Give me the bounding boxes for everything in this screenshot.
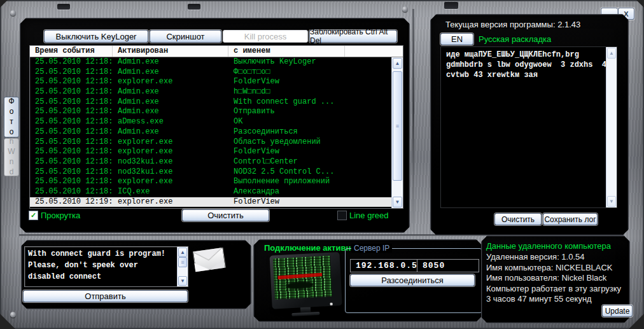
scroll-up-icon[interactable]: ▲: [607, 48, 616, 59]
screw-icon: [10, 312, 16, 318]
table-cell: Admin.exe: [113, 87, 228, 97]
server-ip-input[interactable]: 192.168.0.50: [350, 259, 418, 272]
table-cell: FolderView: [228, 77, 345, 87]
table-cell: explorer.exe: [113, 177, 228, 187]
remote-info-line: Удаленная версия: 1.0.54: [486, 252, 623, 263]
app-window: _ X Фото hWnd Выключить KeyLoger Скриншо…: [0, 0, 644, 329]
line-greed-checkbox[interactable]: [337, 211, 347, 220]
block-ctrl-alt-del-button[interactable]: Заблокировать Ctrl Alt Del: [309, 30, 397, 43]
frame-notch: [444, 2, 458, 9]
table-row[interactable]: 25.05.2010 12:18:27Admin.exeВыключить Ke…: [30, 57, 392, 67]
scroll-up-icon[interactable]: ▲: [393, 58, 402, 69]
message-textarea[interactable]: With connect guard is program!Please, do…: [24, 246, 188, 287]
monitor-red-text: [277, 273, 322, 280]
table-cell: 25.05.2010 12:18:44: [30, 167, 113, 178]
clear-events-button[interactable]: Очистить: [182, 209, 269, 221]
table-row[interactable]: 25.05.2010 12:18:44nod32kui.exeNOD32 2.5…: [30, 167, 392, 178]
table-cell: 25.05.2010 12:18:42: [30, 147, 113, 157]
table-cell: With connect guard ...: [228, 97, 345, 108]
table-cell: 25.05.2010 12:18:30: [30, 77, 113, 87]
disconnect-button[interactable]: Разсоединиться: [350, 274, 475, 286]
scroll-checkbox-label: Прокрутка: [41, 211, 80, 220]
scroll-thumb[interactable]: ≡: [393, 71, 402, 181]
table-cell: 25.05.2010 12:18:37: [30, 127, 113, 137]
screenshot-button[interactable]: Скриншот: [150, 30, 221, 43]
keylog-scrollbar[interactable]: ▲ ▼: [606, 47, 617, 207]
table-cell: nod32kui.exe: [113, 157, 228, 167]
table-row[interactable]: 25.05.2010 12:18:33Admin.exeОтправить: [30, 107, 392, 117]
send-message-button[interactable]: Отправить: [23, 290, 188, 302]
message-lines: With connect guard is program!Please, do…: [25, 247, 188, 283]
scroll-down-icon[interactable]: ▼: [393, 197, 402, 207]
en-layout-button[interactable]: EN: [440, 33, 473, 45]
events-table[interactable]: Время события Активирован с именем 25.05…: [29, 45, 403, 209]
frame-groove: [412, 9, 414, 232]
version-label: Текущая версия программы: 2.1.43: [445, 20, 580, 29]
save-log-button[interactable]: Сохранить лог: [543, 213, 598, 225]
connection-status-label: Подключение активно: [264, 243, 356, 253]
table-cell: 25.05.2010 12:18:44: [30, 177, 113, 187]
table-cell: Admin.exe: [113, 67, 228, 78]
tab-foto[interactable]: Фото: [4, 97, 19, 137]
table-cell: 25.05.2010 12:19:01: [30, 197, 113, 207]
message-scrollbar[interactable]: ▲ ≡ ▼: [177, 247, 188, 286]
envelope-icon: [193, 248, 227, 282]
col-header-process[interactable]: Активирован: [113, 46, 228, 57]
col-header-time[interactable]: Время события: [30, 46, 113, 57]
table-row[interactable]: 25.05.2010 12:18:30explorer.exeFolderVie…: [30, 77, 392, 87]
table-cell: Admin.exe: [113, 57, 228, 67]
scroll-checkbox[interactable]: ✓: [29, 211, 38, 220]
table-cell: explorer.exe: [113, 197, 228, 207]
table-row[interactable]: 25.05.2010 12:18:37Admin.exeРазсоединить…: [30, 127, 392, 137]
table-cell: 25.05.2010 12:18:32: [30, 97, 113, 108]
clear-log-button[interactable]: Очистить: [494, 213, 542, 225]
table-row[interactable]: 25.05.2010 12:18:39explorer.exeОбласть у…: [30, 137, 392, 148]
message-line: disabled connect: [25, 271, 188, 283]
keylogger-off-button[interactable]: Выключить KeyLoger: [44, 30, 148, 43]
table-cell: 25.05.2010 12:18:39: [30, 137, 113, 148]
table-scrollbar[interactable]: ▲ ≡ ▼: [391, 57, 403, 208]
table-row[interactable]: 25.05.2010 12:18:42explorer.exeFolderVie…: [30, 147, 392, 157]
table-row[interactable]: 25.05.2010 12:18:30Admin.exeФ□о□т□о□: [30, 67, 392, 78]
table-cell: Выполнение приложений: [228, 177, 345, 187]
scroll-down-icon[interactable]: ▼: [178, 276, 187, 286]
keylog-textarea[interactable]: иде мщаПУЕ_ЕШЬУ_ЦЩКЛЕhcfn,brggdmhbdrb s …: [440, 46, 617, 208]
line-greed-label: Line greed: [349, 211, 388, 220]
remote-info-line: 3 часов 47 минут 55 секунд: [486, 294, 623, 305]
table-cell: Александра: [228, 187, 345, 197]
tab-hwnd[interactable]: hWnd: [4, 138, 19, 176]
scroll-thumb[interactable]: ≡: [178, 257, 187, 267]
check-icon: ✓: [31, 211, 36, 220]
table-cell: Admin.exe: [113, 107, 228, 117]
table-cell: ICQ.exe: [113, 187, 228, 197]
table-row[interactable]: 25.05.2010 12:18:32Admin.exeWith connect…: [30, 97, 392, 108]
table-row[interactable]: 25.05.2010 12:18:43nod32kui.exeControl□C…: [30, 157, 392, 167]
table-cell: Admin.exe: [113, 97, 228, 108]
table-cell: Область уведомлений: [228, 137, 345, 148]
table-body[interactable]: 25.05.2010 12:18:27Admin.exeВыключить Ke…: [30, 57, 392, 208]
col-header-title[interactable]: с именем: [228, 46, 345, 57]
scroll-up-icon[interactable]: ▲: [178, 248, 187, 257]
scroll-down-icon[interactable]: ▼: [607, 196, 616, 207]
server-ip-group-label: Сервер IP: [351, 244, 392, 253]
remote-info-line: Компьютер работает в эту загрузку: [486, 284, 623, 295]
remote-info-line: Имя компьютера: NICKELBLACK: [486, 263, 623, 274]
table-cell: 25.05.2010 12:18:43: [30, 157, 113, 167]
remote-info-line: Имя пользователя: Nickel Black: [486, 273, 623, 284]
message-line: With connect guard is program!: [25, 248, 188, 260]
layout-label: Русская раскладка: [479, 34, 551, 44]
table-cell: 25.05.2010 12:18:31: [30, 87, 113, 97]
table-row[interactable]: 25.05.2010 12:19:01explorer.exeFolderVie…: [30, 197, 392, 207]
col-header-empty: [345, 46, 403, 57]
screw-icon: [10, 10, 16, 16]
keylog-line: иде мщаПУЕ_ЕШЬУ_ЦЩКЛЕhcfn,brg: [441, 50, 617, 60]
server-port-input[interactable]: 8050: [417, 259, 479, 272]
table-row[interactable]: 25.05.2010 12:18:34aDmess.exeOK: [30, 117, 392, 127]
table-row[interactable]: 25.05.2010 12:18:57ICQ.exeАлександра: [30, 187, 392, 197]
table-cell: 25.05.2010 12:18:34: [30, 117, 113, 127]
table-row[interactable]: 25.05.2010 12:18:44explorer.exeВыполнени…: [30, 177, 392, 187]
table-row[interactable]: 25.05.2010 12:18:31Admin.exeh□W□n□d□: [30, 87, 392, 97]
keylog-lines: иде мщаПУЕ_ЕШЬУ_ЦЩКЛЕhcfn,brggdmhbdrb s …: [441, 47, 617, 80]
update-button[interactable]: Update: [602, 305, 633, 317]
table-cell: Разсоединиться: [228, 127, 345, 137]
